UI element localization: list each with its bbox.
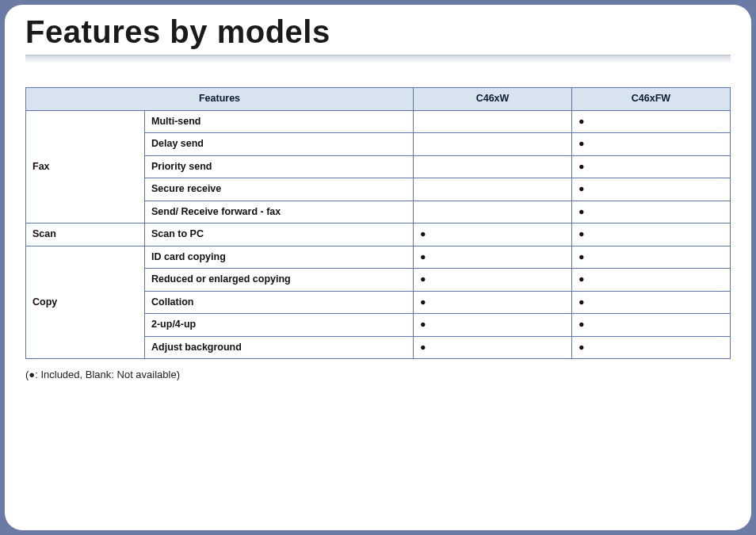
mark-cell: ● (572, 314, 731, 337)
mark-cell: ● (572, 110, 731, 133)
feature-cell: ID card copying (145, 246, 414, 269)
mark-cell: ● (572, 291, 731, 314)
feature-cell: Adjust background (145, 336, 414, 359)
page-title: Features by models (25, 14, 731, 50)
mark-cell: ● (414, 291, 572, 314)
col-header-model2: C46xFW (572, 88, 731, 111)
feature-cell: Delay send (145, 133, 414, 156)
mark-cell: ● (572, 269, 731, 292)
mark-cell: ● (572, 224, 731, 246)
feature-cell: Multi-send (145, 110, 414, 133)
feature-cell: Send/ Receive forward - fax (145, 201, 414, 224)
content-sheet: Features by models Features C46xW C46xFW… (5, 5, 751, 530)
category-cell: Scan (26, 224, 145, 246)
category-cell: Fax (26, 110, 145, 224)
mark-cell (414, 133, 572, 156)
mark-cell: ● (572, 178, 731, 201)
mark-cell (414, 201, 572, 224)
mark-cell: ● (572, 155, 731, 178)
legend-text: (●: Included, Blank: Not available) (25, 369, 731, 380)
table-row: Scan Scan to PC ● ● (26, 224, 731, 246)
features-table: Features C46xW C46xFW Fax Multi-send ● D… (25, 87, 731, 359)
feature-cell: 2-up/4-up (145, 314, 414, 337)
mark-cell: ● (414, 246, 572, 269)
table-header-row: Features C46xW C46xFW (26, 88, 731, 111)
feature-cell: Reduced or enlarged copying (145, 269, 414, 292)
title-divider (25, 55, 731, 63)
col-header-features: Features (26, 88, 414, 111)
mark-cell: ● (572, 246, 731, 269)
mark-cell (414, 178, 572, 201)
feature-cell: Priority send (145, 155, 414, 178)
col-header-model1: C46xW (414, 88, 572, 111)
mark-cell: ● (414, 269, 572, 292)
mark-cell: ● (572, 201, 731, 224)
mark-cell (414, 110, 572, 133)
category-cell: Copy (26, 246, 145, 359)
mark-cell: ● (572, 336, 731, 359)
mark-cell: ● (572, 133, 731, 156)
mark-cell: ● (414, 224, 572, 246)
feature-cell: Collation (145, 291, 414, 314)
feature-cell: Scan to PC (145, 224, 414, 246)
table-row: Fax Multi-send ● (26, 110, 731, 133)
mark-cell: ● (414, 314, 572, 337)
page-frame: Features by models Features C46xW C46xFW… (0, 0, 756, 535)
table-row: Copy ID card copying ● ● (26, 246, 731, 269)
feature-cell: Secure receive (145, 178, 414, 201)
mark-cell: ● (414, 336, 572, 359)
mark-cell (414, 155, 572, 178)
